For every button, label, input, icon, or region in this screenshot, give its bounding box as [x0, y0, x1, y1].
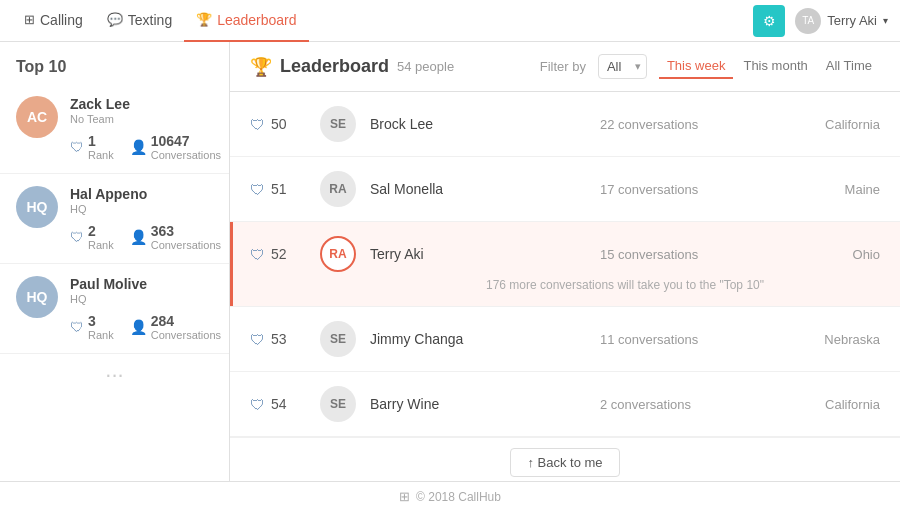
content-header: 🏆 Leaderboard 54 people Filter by All ▾ … [230, 42, 900, 92]
location-cell: California [760, 397, 880, 412]
shield-icon: 🛡 [250, 181, 265, 198]
rank-stat: 🛡 3 Rank [70, 313, 114, 341]
member-stats: 🛡 1 Rank 👤 10647 Conversations [70, 133, 221, 161]
content-area: 🏆 Leaderboard 54 people Filter by All ▾ … [230, 42, 900, 481]
member-team: No Team [70, 113, 221, 125]
member-stats: 🛡 2 Rank 👤 363 Conversations [70, 223, 221, 251]
shield-icon: 🛡 [250, 331, 265, 348]
member-team: HQ [70, 203, 221, 215]
rank-cell: 🛡 50 [250, 116, 320, 133]
conv-label: Conversations [151, 239, 221, 251]
table-row: 🛡 50 SE Brock Lee 22 conversations Calif… [230, 92, 900, 157]
table-row: 🛡 54 SE Barry Wine 2 conversations Calif… [230, 372, 900, 437]
location-cell: California [760, 117, 880, 132]
header-filters: Filter by All ▾ This week This month All… [540, 54, 880, 79]
row-main: 🛡 52 RA Terry Aki 15 conversations Ohio [250, 236, 880, 272]
back-to-me-bar: ↑ Back to me [230, 437, 900, 481]
table-area: 🛡 50 SE Brock Lee 22 conversations Calif… [230, 92, 900, 481]
conv-num: 284 [151, 313, 174, 329]
avatar-cell: SE [320, 106, 370, 142]
rank-number: 52 [271, 246, 287, 262]
shield-icon: 🛡 [250, 396, 265, 413]
rank-number: 53 [271, 331, 287, 347]
conversations-icon: 👤 [130, 139, 147, 155]
conv-label: Conversations [151, 149, 221, 161]
shield-icon: 🛡 [250, 116, 265, 133]
location-cell: Ohio [760, 247, 880, 262]
member-name: Hal Appeno [70, 186, 221, 202]
conv-num: 363 [151, 223, 174, 239]
rank-cell: 🛡 53 [250, 331, 320, 348]
rank-cell: 🛡 52 [250, 246, 320, 263]
member-info: Hal Appeno HQ 🛡 2 Rank 👤 363 [70, 186, 221, 251]
rank-icon: 🛡 [70, 319, 84, 335]
avatar: AC [16, 96, 58, 138]
member-team: HQ [70, 293, 221, 305]
nav-item-leaderboard[interactable]: 🏆 Leaderboard [184, 0, 308, 42]
conv-cell: 22 conversations [600, 117, 760, 132]
rank-num: 3 [88, 313, 96, 329]
time-filter-all-time[interactable]: All Time [818, 54, 880, 79]
time-filter-this-week[interactable]: This week [659, 54, 734, 79]
conversations-icon: 👤 [130, 229, 147, 245]
rank-icon: 🛡 [70, 229, 84, 245]
footer: ⊞ © 2018 CallHub [0, 481, 900, 511]
main-layout: Top 10 AC Zack Lee No Team 🛡 1 Rank 👤 [0, 42, 900, 481]
more-indicator: ··· [0, 354, 229, 396]
rank-icon: 🛡 [70, 139, 84, 155]
rank-stat: 🛡 2 Rank [70, 223, 114, 251]
conv-cell: 15 conversations [600, 247, 760, 262]
avatar: HQ [16, 186, 58, 228]
row-avatar: RA [320, 171, 356, 207]
location-cell: Maine [760, 182, 880, 197]
conv-cell: 17 conversations [600, 182, 760, 197]
copyright: © 2018 CallHub [416, 490, 501, 504]
nav-item-calling[interactable]: ⊞ Calling [12, 0, 95, 42]
rank-number: 54 [271, 396, 287, 412]
table-row: 🛡 53 SE Jimmy Changa 11 conversations Ne… [230, 307, 900, 372]
top-nav: ⊞ Calling 💬 Texting 🏆 Leaderboard ⚙ TA T… [0, 0, 900, 42]
filter-select-wrap[interactable]: All ▾ [598, 54, 647, 79]
rank-cell: 🛡 51 [250, 181, 320, 198]
chat-icon: 💬 [107, 12, 123, 27]
conversations-icon: 👤 [130, 319, 147, 335]
member-name: Paul Molive [70, 276, 221, 292]
name-cell: Barry Wine [370, 396, 600, 412]
conv-label: Conversations [151, 329, 221, 341]
page-title: Leaderboard [280, 56, 389, 77]
user-menu[interactable]: TA Terry Aki ▾ [795, 8, 888, 34]
filter-select[interactable]: All [598, 54, 647, 79]
rank-label: Rank [88, 149, 114, 161]
member-info: Zack Lee No Team 🛡 1 Rank 👤 10647 [70, 96, 221, 161]
member-stats: 🛡 3 Rank 👤 284 Conversations [70, 313, 221, 341]
location-cell: Nebraska [760, 332, 880, 347]
leaderboard-nav-label: Leaderboard [217, 12, 296, 28]
nav-item-texting[interactable]: 💬 Texting [95, 0, 184, 42]
time-filters: This week This month All Time [659, 54, 880, 79]
row-avatar-highlighted: RA [320, 236, 356, 272]
footer-icon: ⊞ [399, 489, 410, 504]
table-row-highlighted: 🛡 52 RA Terry Aki 15 conversations Ohio … [230, 222, 900, 307]
chevron-down-icon: ▾ [883, 15, 888, 26]
calling-label: Calling [40, 12, 83, 28]
avatar-cell: RA [320, 171, 370, 207]
row-avatar: SE [320, 106, 356, 142]
avatar: TA [795, 8, 821, 34]
rank-stat: 🛡 1 Rank [70, 133, 114, 161]
leaderboard-title: 🏆 Leaderboard 54 people [250, 56, 454, 78]
time-filter-this-month[interactable]: This month [735, 54, 815, 79]
conv-num: 10647 [151, 133, 190, 149]
name-cell: Brock Lee [370, 116, 600, 132]
settings-button[interactable]: ⚙ [753, 5, 785, 37]
conv-stat: 👤 363 Conversations [130, 223, 221, 251]
member-name: Zack Lee [70, 96, 221, 112]
texting-label: Texting [128, 12, 172, 28]
trophy-icon: 🏆 [250, 56, 272, 78]
sidebar-item: AC Zack Lee No Team 🛡 1 Rank 👤 [0, 84, 229, 174]
trophy-icon: 🏆 [196, 12, 212, 27]
table-row: 🛡 51 RA Sal Monella 17 conversations Mai… [230, 157, 900, 222]
back-to-me-button[interactable]: ↑ Back to me [510, 448, 619, 477]
avatar-cell: SE [320, 321, 370, 357]
row-avatar: SE [320, 386, 356, 422]
conv-stat: 👤 284 Conversations [130, 313, 221, 341]
